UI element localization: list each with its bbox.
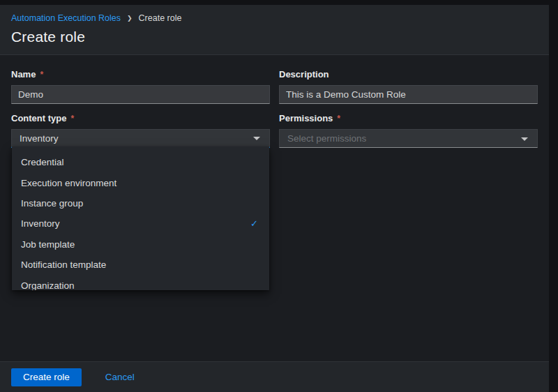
menu-item-label: Organization	[21, 280, 75, 290]
content-type-label: Content type *	[11, 113, 270, 123]
name-field-group: Name *	[11, 69, 270, 104]
breadcrumb-link-roles[interactable]: Automation Execution Roles	[11, 13, 121, 23]
menu-item-credential[interactable]: Credential	[12, 152, 269, 172]
create-role-button[interactable]: Create role	[11, 368, 82, 386]
menu-item-label: Job template	[21, 239, 75, 250]
page-header: Automation Execution Roles ❯ Create role…	[0, 5, 549, 55]
permissions-field-group: Permissions * Select permissions	[279, 113, 538, 148]
description-label: Description	[279, 69, 538, 80]
name-label-text: Name	[11, 69, 36, 80]
menu-item-job-template[interactable]: Job template	[12, 234, 269, 255]
content-type-menu: Credential Execution environment Instanc…	[12, 146, 269, 290]
form-actions-footer: Create role Cancel	[0, 361, 549, 392]
content-type-select[interactable]: Inventory Credential Execution environme…	[11, 129, 270, 148]
menu-item-execution-environment[interactable]: Execution environment	[12, 172, 269, 193]
breadcrumb-current: Create role	[139, 13, 182, 23]
menu-item-label: Credential	[21, 157, 64, 167]
description-label-text: Description	[279, 69, 329, 80]
required-asterisk: *	[337, 114, 340, 123]
name-label: Name *	[11, 69, 270, 80]
content-type-field-group: Content type * Inventory Credential Exec…	[11, 113, 270, 148]
breadcrumb: Automation Execution Roles ❯ Create role	[11, 13, 538, 23]
permissions-select[interactable]: Select permissions	[279, 129, 538, 148]
name-input[interactable]	[11, 85, 270, 104]
role-form: Name * Description Content type *	[11, 69, 538, 148]
permissions-placeholder: Select permissions	[287, 133, 366, 144]
content-type-value: Inventory	[20, 133, 59, 144]
menu-item-organization[interactable]: Organization	[12, 275, 269, 290]
page-title: Create role	[11, 29, 538, 45]
menu-item-label: Notification template	[21, 259, 106, 270]
description-input[interactable]	[279, 85, 538, 104]
app-window: Automation Execution Roles ❯ Create role…	[0, 5, 549, 392]
breadcrumb-separator-icon: ❯	[127, 15, 133, 22]
content-type-label-text: Content type	[11, 113, 66, 123]
caret-down-icon	[253, 137, 260, 140]
required-asterisk: *	[70, 114, 74, 123]
menu-item-label: Instance group	[21, 198, 83, 209]
form-section: Name * Description Content type *	[0, 55, 549, 361]
caret-down-icon	[521, 137, 528, 141]
permissions-label: Permissions *	[279, 113, 538, 123]
cancel-button[interactable]: Cancel	[105, 372, 135, 382]
menu-item-inventory[interactable]: Inventory ✓	[12, 213, 269, 234]
menu-item-label: Inventory	[21, 218, 60, 229]
required-asterisk: *	[40, 70, 43, 80]
menu-item-notification-template[interactable]: Notification template	[12, 255, 269, 275]
check-icon: ✓	[250, 218, 258, 229]
menu-item-instance-group[interactable]: Instance group	[12, 193, 269, 213]
menu-item-label: Execution environment	[21, 178, 116, 188]
description-field-group: Description	[279, 69, 538, 104]
permissions-label-text: Permissions	[279, 113, 333, 123]
